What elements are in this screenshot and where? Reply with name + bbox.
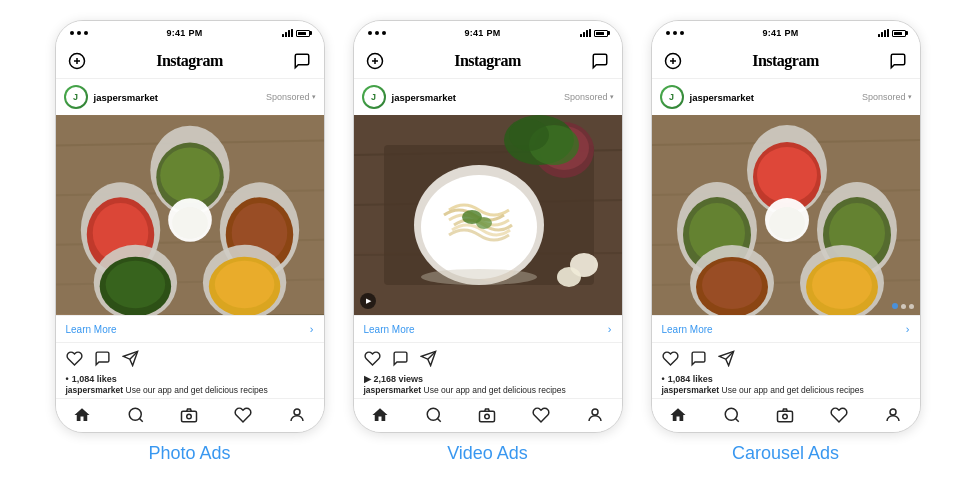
- post-meta-2: ▶ 2,168 views jaspersmarket Use our app …: [354, 373, 622, 398]
- likes-row-3: • 1,084 likes: [662, 374, 910, 384]
- sponsored-chevron-1[interactable]: ▾: [312, 93, 316, 101]
- status-bar-3: 9:41 PM: [652, 21, 920, 43]
- carousel-dot-1: [892, 303, 898, 309]
- signal-bars-2: [580, 29, 591, 37]
- svg-point-52: [421, 269, 537, 285]
- inbox-icon-3[interactable]: [887, 50, 909, 72]
- username-2[interactable]: jaspersmarket: [392, 92, 564, 103]
- photo-ads-wrapper: 9:41 PM: [55, 20, 325, 464]
- share-icon-3[interactable]: [718, 349, 736, 367]
- status-right-2: [580, 29, 608, 37]
- nav-search-1[interactable]: [125, 404, 147, 426]
- carousel-dot-3: [909, 304, 914, 309]
- svg-line-28: [139, 418, 142, 421]
- caption-3: jaspersmarket Use our app and get delici…: [662, 385, 910, 395]
- compose-icon-3[interactable]: [662, 50, 684, 72]
- nav-camera-3[interactable]: [774, 404, 796, 426]
- nav-home-2[interactable]: [369, 404, 391, 426]
- sponsored-chevron-2[interactable]: ▾: [610, 93, 614, 101]
- compose-icon-2[interactable]: [364, 50, 386, 72]
- heart-icon-2[interactable]: [364, 349, 382, 367]
- svg-point-58: [485, 414, 490, 419]
- avatar-1: J: [64, 85, 88, 109]
- action-bar-2: [354, 343, 622, 373]
- share-icon-2[interactable]: [420, 349, 438, 367]
- status-time-2: 9:41 PM: [464, 28, 500, 38]
- nav-profile-3[interactable]: [882, 404, 904, 426]
- signal-dot-5: [375, 31, 379, 35]
- inbox-icon-1[interactable]: [291, 50, 313, 72]
- svg-point-15: [172, 207, 208, 239]
- sponsored-label-1: Sponsored ▾: [266, 92, 316, 102]
- photo-ads-phone: 9:41 PM: [55, 20, 325, 433]
- ad-type-label-3: Carousel Ads: [732, 443, 839, 464]
- post-meta-1: • 1,084 likes jaspersmarket Use our app …: [56, 373, 324, 398]
- compose-icon-1[interactable]: [66, 50, 88, 72]
- ig-logo-1: Instagram: [156, 52, 223, 70]
- signal-dot-6: [382, 31, 386, 35]
- signal-dot-3: [84, 31, 88, 35]
- nav-heart-1[interactable]: [232, 404, 254, 426]
- nav-home-1[interactable]: [71, 404, 93, 426]
- sponsored-chevron-3[interactable]: ▾: [908, 93, 912, 101]
- video-ads-wrapper: 9:41 PM: [353, 20, 623, 464]
- action-bar-3: [652, 343, 920, 373]
- ig-header-1: Instagram: [56, 43, 324, 79]
- svg-rect-29: [182, 411, 197, 422]
- svg-rect-57: [480, 411, 495, 422]
- signal-bars-1: [282, 29, 293, 37]
- signal-dot-1: [70, 31, 74, 35]
- svg-line-56: [437, 418, 440, 421]
- nav-search-2[interactable]: [423, 404, 445, 426]
- comment-icon-1[interactable]: [94, 349, 112, 367]
- video-ads-phone: 9:41 PM: [353, 20, 623, 433]
- sponsored-label-2: Sponsored ▾: [564, 92, 614, 102]
- comment-icon-3[interactable]: [690, 349, 708, 367]
- carousel-dots: [892, 303, 914, 309]
- learn-more-bar-2[interactable]: Learn More ›: [354, 315, 622, 343]
- nav-heart-2[interactable]: [530, 404, 552, 426]
- svg-line-88: [735, 418, 738, 421]
- action-bar-1: [56, 343, 324, 373]
- caption-username-1: jaspersmarket: [66, 385, 124, 395]
- learn-more-bar-1[interactable]: Learn More ›: [56, 315, 324, 343]
- bullet-1: •: [66, 374, 69, 384]
- ad-type-label-1: Photo Ads: [148, 443, 230, 464]
- status-right-3: [878, 29, 906, 37]
- post-image-2: ▶: [354, 115, 622, 315]
- spices-svg-3: [652, 115, 920, 315]
- spices-image-1: [56, 115, 324, 315]
- username-3[interactable]: jaspersmarket: [690, 92, 862, 103]
- learn-more-text-2: Learn More: [364, 324, 415, 335]
- status-bar-1: 9:41 PM: [56, 21, 324, 43]
- learn-more-text-3: Learn More: [662, 324, 713, 335]
- video-indicator: ▶: [360, 293, 376, 309]
- nav-camera-2[interactable]: [476, 404, 498, 426]
- svg-point-91: [890, 409, 896, 415]
- nav-camera-1[interactable]: [178, 404, 200, 426]
- inbox-icon-2[interactable]: [589, 50, 611, 72]
- status-time-1: 9:41 PM: [166, 28, 202, 38]
- nav-search-3[interactable]: [721, 404, 743, 426]
- bottom-nav-2: [354, 398, 622, 432]
- nav-profile-2[interactable]: [584, 404, 606, 426]
- bottom-nav-1: [56, 398, 324, 432]
- signal-dot-9: [680, 31, 684, 35]
- learn-more-bar-3[interactable]: Learn More ›: [652, 315, 920, 343]
- heart-icon-1[interactable]: [66, 349, 84, 367]
- heart-icon-3[interactable]: [662, 349, 680, 367]
- caption-text-1: Use our app and get delicious recipes: [126, 385, 268, 395]
- nav-profile-1[interactable]: [286, 404, 308, 426]
- comment-icon-2[interactable]: [392, 349, 410, 367]
- share-icon-1[interactable]: [122, 349, 140, 367]
- caption-2: jaspersmarket Use our app and get delici…: [364, 385, 612, 395]
- svg-point-84: [812, 261, 872, 309]
- learn-more-text-1: Learn More: [66, 324, 117, 335]
- svg-point-10: [160, 148, 220, 204]
- svg-point-47: [557, 267, 581, 287]
- nav-home-3[interactable]: [667, 404, 689, 426]
- ig-header-3: Instagram: [652, 43, 920, 79]
- nav-heart-3[interactable]: [828, 404, 850, 426]
- username-1[interactable]: jaspersmarket: [94, 92, 266, 103]
- svg-point-75: [769, 207, 805, 239]
